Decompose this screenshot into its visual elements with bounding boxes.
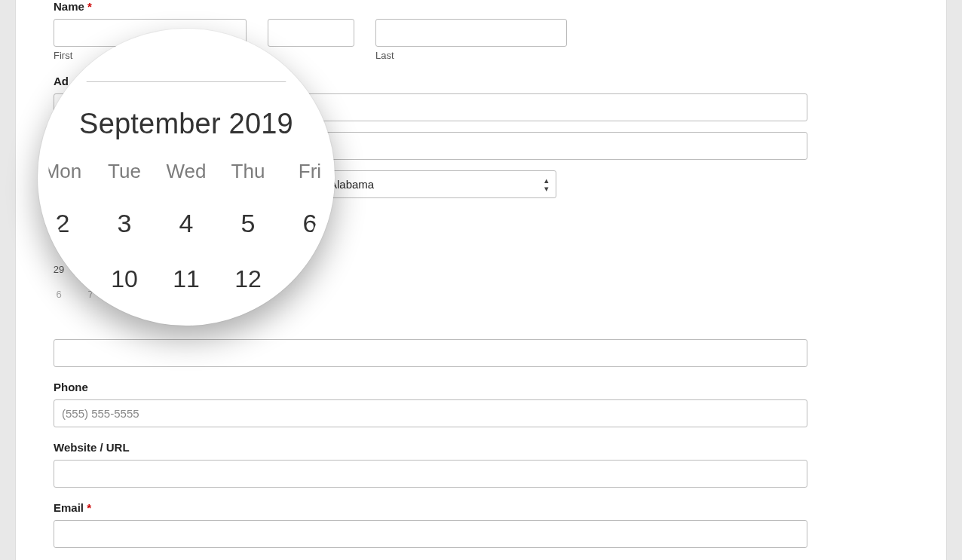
phone-field-group: Phone <box>54 381 807 427</box>
website-label: Website / URL <box>54 441 807 454</box>
calendar-magnifier: September 2019 Mon Tue Wed Thu Fri 2 3 4… <box>38 29 335 326</box>
name-label-text: Name <box>54 0 84 13</box>
required-marker: * <box>87 0 92 13</box>
weekday-tue: Tue <box>93 160 155 183</box>
zip-input[interactable] <box>54 339 807 367</box>
email-input[interactable] <box>54 520 807 548</box>
calendar-week-row-1: 2 3 4 5 6 <box>38 209 335 238</box>
name-label: Name * <box>54 0 807 13</box>
weekday-fri: Fri <box>279 160 335 183</box>
calendar-day-29[interactable]: 29 <box>51 264 66 275</box>
calendar-day[interactable]: 10 <box>93 265 155 293</box>
calendar-day[interactable]: 4 <box>155 209 217 238</box>
magnifier-divider <box>38 81 335 82</box>
website-input[interactable] <box>54 460 807 488</box>
required-marker: * <box>87 501 91 514</box>
calendar-month-title: September 2019 <box>38 108 335 140</box>
email-label: Email * <box>54 501 807 514</box>
calendar-day[interactable]: 11 <box>155 265 217 293</box>
weekday-mon: Mon <box>38 160 93 183</box>
phone-input[interactable] <box>54 399 807 427</box>
calendar-day[interactable]: 5 <box>217 209 279 238</box>
state-select[interactable]: Alabama <box>321 170 556 198</box>
zip-field-group <box>54 339 807 367</box>
last-name-input[interactable] <box>375 19 567 47</box>
calendar-day[interactable]: 12 <box>217 265 279 293</box>
middle-name-sublabel <box>268 50 354 61</box>
calendar-weekday-row: Mon Tue Wed Thu Fri <box>38 160 335 183</box>
last-name-sublabel: Last <box>375 50 567 61</box>
phone-label: Phone <box>54 381 807 393</box>
calendar-day-6[interactable]: 6 <box>51 289 66 300</box>
website-field-group: Website / URL <box>54 441 807 488</box>
state-sublabel-fragment: te <box>321 201 556 213</box>
email-label-text: Email <box>54 501 84 514</box>
email-field-group: Email * <box>54 501 807 548</box>
middle-name-input[interactable] <box>268 19 354 47</box>
calendar-day[interactable]: 3 <box>93 209 155 238</box>
weekday-wed: Wed <box>155 160 217 183</box>
weekday-thu: Thu <box>217 160 279 183</box>
